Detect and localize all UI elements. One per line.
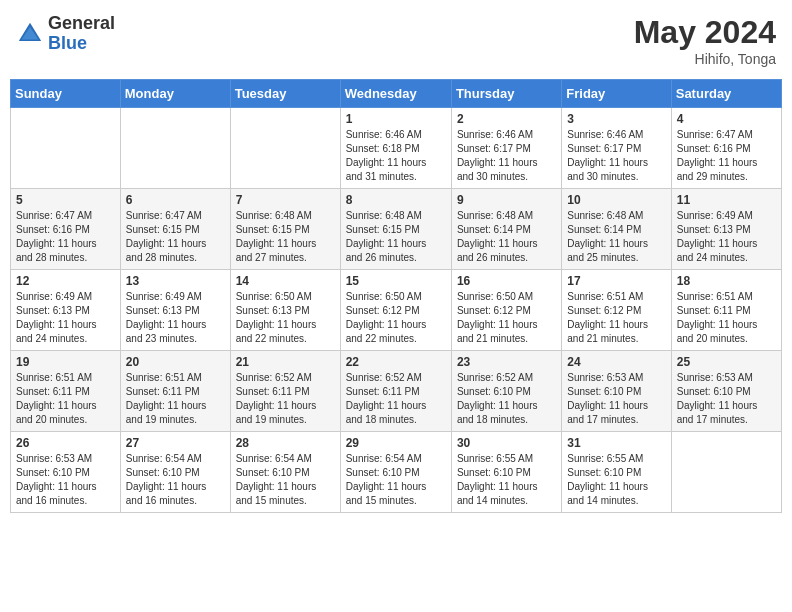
calendar-cell: 3Sunrise: 6:46 AM Sunset: 6:17 PM Daylig… bbox=[562, 108, 671, 189]
day-number: 18 bbox=[677, 274, 776, 288]
logo: General Blue bbox=[16, 14, 115, 54]
day-number: 24 bbox=[567, 355, 665, 369]
day-number: 22 bbox=[346, 355, 446, 369]
day-info: Sunrise: 6:48 AM Sunset: 6:14 PM Dayligh… bbox=[567, 209, 665, 265]
calendar-cell: 22Sunrise: 6:52 AM Sunset: 6:11 PM Dayli… bbox=[340, 351, 451, 432]
calendar-cell: 20Sunrise: 6:51 AM Sunset: 6:11 PM Dayli… bbox=[120, 351, 230, 432]
calendar-cell: 2Sunrise: 6:46 AM Sunset: 6:17 PM Daylig… bbox=[451, 108, 561, 189]
day-info: Sunrise: 6:46 AM Sunset: 6:17 PM Dayligh… bbox=[457, 128, 556, 184]
calendar-cell: 26Sunrise: 6:53 AM Sunset: 6:10 PM Dayli… bbox=[11, 432, 121, 513]
calendar-cell: 31Sunrise: 6:55 AM Sunset: 6:10 PM Dayli… bbox=[562, 432, 671, 513]
week-row-2: 5Sunrise: 6:47 AM Sunset: 6:16 PM Daylig… bbox=[11, 189, 782, 270]
day-info: Sunrise: 6:49 AM Sunset: 6:13 PM Dayligh… bbox=[16, 290, 115, 346]
day-number: 26 bbox=[16, 436, 115, 450]
day-number: 25 bbox=[677, 355, 776, 369]
week-row-1: 1Sunrise: 6:46 AM Sunset: 6:18 PM Daylig… bbox=[11, 108, 782, 189]
calendar-cell: 12Sunrise: 6:49 AM Sunset: 6:13 PM Dayli… bbox=[11, 270, 121, 351]
day-info: Sunrise: 6:49 AM Sunset: 6:13 PM Dayligh… bbox=[126, 290, 225, 346]
day-info: Sunrise: 6:48 AM Sunset: 6:15 PM Dayligh… bbox=[346, 209, 446, 265]
day-number: 30 bbox=[457, 436, 556, 450]
day-number: 16 bbox=[457, 274, 556, 288]
calendar-cell: 15Sunrise: 6:50 AM Sunset: 6:12 PM Dayli… bbox=[340, 270, 451, 351]
calendar-cell bbox=[11, 108, 121, 189]
logo-blue: Blue bbox=[48, 34, 115, 54]
week-row-5: 26Sunrise: 6:53 AM Sunset: 6:10 PM Dayli… bbox=[11, 432, 782, 513]
week-row-3: 12Sunrise: 6:49 AM Sunset: 6:13 PM Dayli… bbox=[11, 270, 782, 351]
weekday-header-friday: Friday bbox=[562, 80, 671, 108]
day-info: Sunrise: 6:53 AM Sunset: 6:10 PM Dayligh… bbox=[677, 371, 776, 427]
calendar: SundayMondayTuesdayWednesdayThursdayFrid… bbox=[10, 79, 782, 513]
day-number: 23 bbox=[457, 355, 556, 369]
day-info: Sunrise: 6:50 AM Sunset: 6:12 PM Dayligh… bbox=[457, 290, 556, 346]
logo-icon bbox=[16, 20, 44, 48]
weekday-header-tuesday: Tuesday bbox=[230, 80, 340, 108]
day-number: 7 bbox=[236, 193, 335, 207]
day-info: Sunrise: 6:48 AM Sunset: 6:14 PM Dayligh… bbox=[457, 209, 556, 265]
day-info: Sunrise: 6:55 AM Sunset: 6:10 PM Dayligh… bbox=[457, 452, 556, 508]
day-info: Sunrise: 6:53 AM Sunset: 6:10 PM Dayligh… bbox=[567, 371, 665, 427]
day-number: 20 bbox=[126, 355, 225, 369]
day-number: 2 bbox=[457, 112, 556, 126]
day-info: Sunrise: 6:54 AM Sunset: 6:10 PM Dayligh… bbox=[236, 452, 335, 508]
day-number: 8 bbox=[346, 193, 446, 207]
calendar-cell: 24Sunrise: 6:53 AM Sunset: 6:10 PM Dayli… bbox=[562, 351, 671, 432]
calendar-cell bbox=[230, 108, 340, 189]
day-number: 15 bbox=[346, 274, 446, 288]
header: General Blue May 2024 Hihifo, Tonga bbox=[10, 10, 782, 71]
logo-general: General bbox=[48, 14, 115, 34]
day-number: 12 bbox=[16, 274, 115, 288]
day-info: Sunrise: 6:47 AM Sunset: 6:15 PM Dayligh… bbox=[126, 209, 225, 265]
day-info: Sunrise: 6:47 AM Sunset: 6:16 PM Dayligh… bbox=[677, 128, 776, 184]
day-number: 21 bbox=[236, 355, 335, 369]
calendar-cell: 21Sunrise: 6:52 AM Sunset: 6:11 PM Dayli… bbox=[230, 351, 340, 432]
logo-text: General Blue bbox=[48, 14, 115, 54]
day-number: 5 bbox=[16, 193, 115, 207]
weekday-header-row: SundayMondayTuesdayWednesdayThursdayFrid… bbox=[11, 80, 782, 108]
day-number: 19 bbox=[16, 355, 115, 369]
calendar-cell: 27Sunrise: 6:54 AM Sunset: 6:10 PM Dayli… bbox=[120, 432, 230, 513]
weekday-header-saturday: Saturday bbox=[671, 80, 781, 108]
calendar-cell: 10Sunrise: 6:48 AM Sunset: 6:14 PM Dayli… bbox=[562, 189, 671, 270]
day-number: 27 bbox=[126, 436, 225, 450]
calendar-cell: 7Sunrise: 6:48 AM Sunset: 6:15 PM Daylig… bbox=[230, 189, 340, 270]
calendar-cell: 11Sunrise: 6:49 AM Sunset: 6:13 PM Dayli… bbox=[671, 189, 781, 270]
calendar-cell: 13Sunrise: 6:49 AM Sunset: 6:13 PM Dayli… bbox=[120, 270, 230, 351]
calendar-cell: 19Sunrise: 6:51 AM Sunset: 6:11 PM Dayli… bbox=[11, 351, 121, 432]
calendar-cell: 30Sunrise: 6:55 AM Sunset: 6:10 PM Dayli… bbox=[451, 432, 561, 513]
day-number: 11 bbox=[677, 193, 776, 207]
day-number: 6 bbox=[126, 193, 225, 207]
day-info: Sunrise: 6:47 AM Sunset: 6:16 PM Dayligh… bbox=[16, 209, 115, 265]
day-info: Sunrise: 6:48 AM Sunset: 6:15 PM Dayligh… bbox=[236, 209, 335, 265]
day-number: 31 bbox=[567, 436, 665, 450]
calendar-cell bbox=[120, 108, 230, 189]
calendar-cell bbox=[671, 432, 781, 513]
day-info: Sunrise: 6:50 AM Sunset: 6:12 PM Dayligh… bbox=[346, 290, 446, 346]
day-info: Sunrise: 6:52 AM Sunset: 6:11 PM Dayligh… bbox=[346, 371, 446, 427]
day-number: 3 bbox=[567, 112, 665, 126]
day-info: Sunrise: 6:51 AM Sunset: 6:11 PM Dayligh… bbox=[126, 371, 225, 427]
day-number: 9 bbox=[457, 193, 556, 207]
calendar-cell: 14Sunrise: 6:50 AM Sunset: 6:13 PM Dayli… bbox=[230, 270, 340, 351]
calendar-cell: 17Sunrise: 6:51 AM Sunset: 6:12 PM Dayli… bbox=[562, 270, 671, 351]
day-number: 1 bbox=[346, 112, 446, 126]
day-info: Sunrise: 6:55 AM Sunset: 6:10 PM Dayligh… bbox=[567, 452, 665, 508]
weekday-header-monday: Monday bbox=[120, 80, 230, 108]
day-info: Sunrise: 6:49 AM Sunset: 6:13 PM Dayligh… bbox=[677, 209, 776, 265]
day-info: Sunrise: 6:46 AM Sunset: 6:17 PM Dayligh… bbox=[567, 128, 665, 184]
day-info: Sunrise: 6:54 AM Sunset: 6:10 PM Dayligh… bbox=[126, 452, 225, 508]
calendar-cell: 29Sunrise: 6:54 AM Sunset: 6:10 PM Dayli… bbox=[340, 432, 451, 513]
day-info: Sunrise: 6:50 AM Sunset: 6:13 PM Dayligh… bbox=[236, 290, 335, 346]
calendar-cell: 5Sunrise: 6:47 AM Sunset: 6:16 PM Daylig… bbox=[11, 189, 121, 270]
day-number: 13 bbox=[126, 274, 225, 288]
calendar-cell: 23Sunrise: 6:52 AM Sunset: 6:10 PM Dayli… bbox=[451, 351, 561, 432]
calendar-cell: 8Sunrise: 6:48 AM Sunset: 6:15 PM Daylig… bbox=[340, 189, 451, 270]
day-number: 10 bbox=[567, 193, 665, 207]
weekday-header-thursday: Thursday bbox=[451, 80, 561, 108]
location: Hihifo, Tonga bbox=[634, 51, 776, 67]
day-number: 17 bbox=[567, 274, 665, 288]
calendar-cell: 28Sunrise: 6:54 AM Sunset: 6:10 PM Dayli… bbox=[230, 432, 340, 513]
calendar-cell: 1Sunrise: 6:46 AM Sunset: 6:18 PM Daylig… bbox=[340, 108, 451, 189]
day-info: Sunrise: 6:46 AM Sunset: 6:18 PM Dayligh… bbox=[346, 128, 446, 184]
calendar-cell: 6Sunrise: 6:47 AM Sunset: 6:15 PM Daylig… bbox=[120, 189, 230, 270]
calendar-cell: 16Sunrise: 6:50 AM Sunset: 6:12 PM Dayli… bbox=[451, 270, 561, 351]
